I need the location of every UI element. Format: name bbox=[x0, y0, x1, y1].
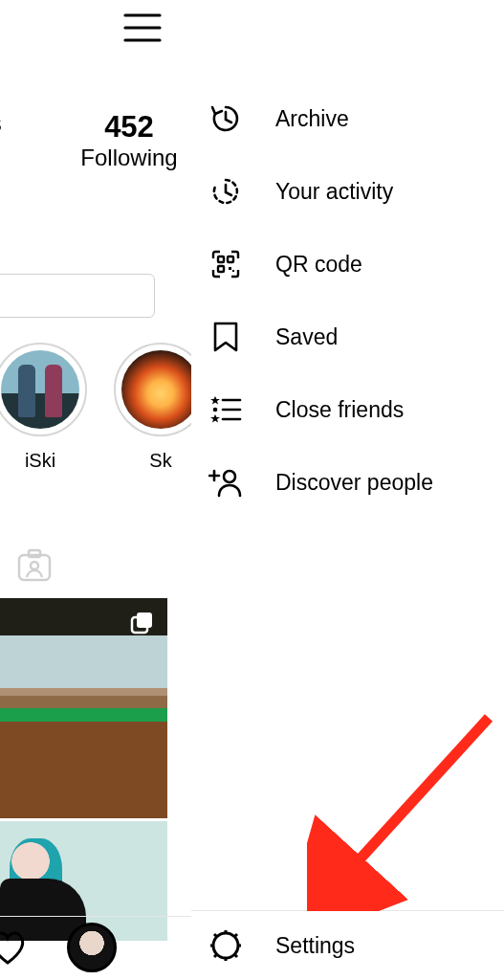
following-stat[interactable]: 452 Following bbox=[57, 110, 201, 171]
svg-rect-4 bbox=[29, 550, 40, 557]
activity-icon bbox=[208, 174, 243, 209]
menu-item-label: QR code bbox=[275, 252, 362, 278]
svg-point-19 bbox=[224, 471, 235, 482]
side-drawer: Archive Your activity bbox=[191, 0, 504, 980]
svg-point-5 bbox=[31, 562, 38, 569]
svg-rect-12 bbox=[232, 270, 234, 272]
close-friends-icon bbox=[208, 392, 243, 427]
svg-point-17 bbox=[213, 408, 218, 412]
menu-item-label: Saved bbox=[275, 324, 338, 350]
following-count: 452 bbox=[57, 110, 201, 145]
post-thumbnail[interactable] bbox=[0, 598, 167, 818]
archive-icon bbox=[208, 101, 243, 136]
svg-rect-9 bbox=[228, 256, 233, 262]
settings-icon bbox=[208, 928, 243, 963]
svg-marker-18 bbox=[210, 414, 220, 423]
menu-item-close-friends[interactable]: Close friends bbox=[191, 373, 504, 446]
tagged-tab-icon[interactable] bbox=[15, 546, 54, 584]
menu-item-activity[interactable]: Your activity bbox=[191, 155, 504, 228]
svg-line-27 bbox=[214, 934, 217, 937]
menu-item-saved[interactable]: Saved bbox=[191, 301, 504, 373]
menu-item-qr[interactable]: QR code bbox=[191, 228, 504, 301]
svg-rect-6 bbox=[137, 612, 152, 628]
menu-item-label: Discover people bbox=[275, 470, 433, 496]
menu-item-label: Your activity bbox=[275, 179, 393, 205]
following-label: Following bbox=[57, 145, 201, 171]
saved-icon bbox=[208, 320, 243, 354]
menu-item-label: Settings bbox=[275, 933, 355, 959]
menu-item-label: Archive bbox=[275, 106, 349, 132]
edit-profile-button[interactable] bbox=[0, 274, 155, 318]
menu-item-settings[interactable]: Settings bbox=[191, 910, 504, 980]
activity-heart-icon[interactable] bbox=[0, 926, 29, 969]
svg-rect-8 bbox=[218, 256, 224, 262]
svg-line-29 bbox=[234, 934, 237, 937]
svg-line-28 bbox=[234, 954, 237, 957]
svg-rect-10 bbox=[218, 266, 224, 272]
carousel-icon bbox=[129, 610, 156, 636]
discover-icon bbox=[208, 465, 243, 500]
story-thumb bbox=[1, 350, 79, 429]
story-highlight[interactable]: iSki bbox=[0, 343, 90, 472]
menu-item-archive[interactable]: Archive bbox=[191, 82, 504, 155]
story-label: Sk bbox=[149, 450, 171, 472]
menu-item-label: Close friends bbox=[275, 397, 404, 423]
svg-line-30 bbox=[214, 954, 217, 957]
hamburger-menu-button[interactable] bbox=[122, 11, 163, 44]
svg-rect-3 bbox=[19, 555, 50, 580]
followers-stat[interactable]: ers bbox=[0, 110, 57, 137]
menu-item-discover[interactable]: Discover people bbox=[191, 446, 504, 519]
profile-avatar-nav[interactable] bbox=[67, 923, 117, 972]
divider bbox=[0, 916, 191, 917]
svg-marker-16 bbox=[210, 396, 220, 405]
svg-rect-11 bbox=[229, 267, 231, 270]
followers-label: ers bbox=[0, 110, 57, 137]
qr-icon bbox=[208, 247, 243, 281]
story-thumb bbox=[121, 350, 200, 429]
story-label: iSki bbox=[25, 450, 55, 472]
